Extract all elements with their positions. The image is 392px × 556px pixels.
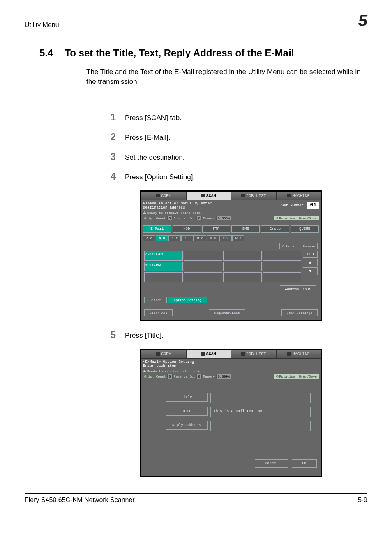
tab-machine[interactable]: MACHINE xyxy=(276,192,321,200)
header-section: Utility Menu xyxy=(25,21,59,29)
rotation-status: ⟳Rotation xyxy=(274,216,297,220)
cancel-button[interactable]: Cancel xyxy=(255,459,288,468)
orig-count-label: Orig. Count xyxy=(143,374,168,379)
address-input-button[interactable]: Address Input xyxy=(280,285,316,292)
step-text-4: Press [Option Setting]. xyxy=(125,171,195,181)
dest-email-02[interactable]: e-mail02 xyxy=(144,262,183,271)
option-setting-screen: COPY SCAN JOB LIST MACHINE <E-Mail> Opti… xyxy=(140,349,322,477)
search-button[interactable]: Search xyxy=(144,297,167,303)
alpha-mo[interactable]: M-O xyxy=(194,235,206,241)
drum-status: Drum/Deve xyxy=(297,374,319,379)
common-button[interactable]: Common xyxy=(300,243,318,249)
text-value: This is a mail text 05 xyxy=(210,407,311,417)
memory-label: Memory xyxy=(202,216,217,220)
reserve-label: Reserve Job xyxy=(173,216,197,220)
rotation-status: ⟳Rotation xyxy=(274,374,297,379)
title-button[interactable]: Title xyxy=(166,393,208,402)
step-number-1: 1 xyxy=(107,111,116,123)
intro-text: The Title and the Text of the E-Mail reg… xyxy=(86,67,366,87)
reserve-label: Reserve Job xyxy=(173,374,197,379)
dest-cell[interactable] xyxy=(144,272,183,282)
dest-cell[interactable] xyxy=(184,262,222,271)
machine-icon xyxy=(287,194,291,197)
maintab-smb[interactable]: SMB xyxy=(231,225,260,233)
page-down-button[interactable]: ▼ xyxy=(303,267,318,275)
dest-cell[interactable] xyxy=(263,262,301,271)
register-edit-button[interactable]: Register/Edit xyxy=(209,309,245,316)
printer-icon: 🖶 xyxy=(143,369,147,373)
dest-cell[interactable] xyxy=(263,251,301,261)
set-number-value: 01 xyxy=(307,202,319,208)
alpha-ac[interactable]: A-C xyxy=(143,235,155,241)
reserve-value: 0 xyxy=(197,374,202,379)
step-text-5: Press [Title]. xyxy=(125,329,164,340)
joblist-icon xyxy=(241,352,245,356)
footer-page: 5-9 xyxy=(358,496,367,504)
header-message: Please select or manually enter destinat… xyxy=(143,202,212,210)
maintab-email[interactable]: E-Mail xyxy=(143,225,171,233)
reserve-value: 0 xyxy=(197,216,202,220)
memory-label: Memory xyxy=(202,374,217,379)
dest-cell[interactable] xyxy=(223,251,262,261)
ok-button[interactable]: OK xyxy=(292,459,317,468)
dest-cell[interactable] xyxy=(184,251,222,261)
title-value xyxy=(210,393,311,403)
tab-copy[interactable]: COPY xyxy=(141,192,186,200)
joblist-icon xyxy=(241,194,245,197)
reply-address-value xyxy=(210,421,311,431)
memory-value: 0.000% xyxy=(217,374,231,379)
tab-machine[interactable]: MACHINE xyxy=(276,350,321,359)
alpha-ps[interactable]: P-S xyxy=(207,235,219,241)
tab-joblist[interactable]: JOB LIST xyxy=(231,192,276,200)
ready-text: Ready to receive print data xyxy=(147,369,201,373)
step-number-3: 3 xyxy=(107,151,116,162)
alpha-jl[interactable]: J-L xyxy=(181,235,194,241)
scan-icon xyxy=(201,352,205,356)
alpha-gi[interactable]: G-I xyxy=(168,235,181,241)
option-setting-button[interactable]: Option Setting xyxy=(168,297,207,303)
ready-text: Ready to receive print data xyxy=(147,211,201,215)
clear-all-button[interactable]: Clear All xyxy=(144,309,173,316)
dest-email-01[interactable]: e-mail-01 xyxy=(144,251,183,261)
alpha-df[interactable]: D-F xyxy=(156,235,168,241)
step-text-1: Press [SCAN] tab. xyxy=(125,111,182,122)
orig-count-label: Orig. Count xyxy=(143,216,168,220)
printer-icon: 🖶 xyxy=(143,211,147,215)
set-number: Set Number 01 xyxy=(281,202,319,208)
others-button[interactable]: Others xyxy=(279,243,297,249)
maintab-hdd[interactable]: HDD xyxy=(173,225,201,233)
header-message-2: <E-Mail> Option Setting Enter each item xyxy=(143,360,194,368)
dest-cell[interactable] xyxy=(184,272,222,282)
maintab-queue[interactable]: QUEUE xyxy=(291,225,319,233)
alpha-tv[interactable]: T-V xyxy=(219,235,232,241)
orig-count-value: 0 xyxy=(168,216,173,220)
reply-address-button[interactable]: Reply Address xyxy=(166,421,208,430)
drum-status: Drum/Deve xyxy=(297,216,319,220)
maintab-group[interactable]: Group xyxy=(261,225,289,233)
tab-scan[interactable]: SCAN xyxy=(186,350,231,359)
tab-copy[interactable]: COPY xyxy=(141,350,186,359)
page-up-button[interactable]: ▲ xyxy=(303,259,318,266)
copy-icon xyxy=(156,352,160,356)
section-title: To set the Title, Text, Reply Address of… xyxy=(65,47,294,59)
machine-icon xyxy=(287,352,291,356)
scan-screen: COPY SCAN JOB LIST MACHINE Set Number 01… xyxy=(140,190,322,321)
dest-cell[interactable] xyxy=(223,262,262,271)
step-number-5: 5 xyxy=(107,329,116,341)
tab-joblist[interactable]: JOB LIST xyxy=(231,350,276,359)
dest-cell[interactable] xyxy=(263,272,301,282)
step-text-2: Press [E-Mail]. xyxy=(125,131,171,142)
copy-icon xyxy=(156,194,160,197)
scan-icon xyxy=(201,194,205,197)
maintab-ftp[interactable]: FTP xyxy=(202,225,231,233)
dest-cell[interactable] xyxy=(223,272,262,282)
text-button[interactable]: Text xyxy=(166,407,208,416)
memory-value: 0.000% xyxy=(217,216,231,220)
step-number-2: 2 xyxy=(107,131,116,143)
scan-settings-button[interactable]: Scan Settings xyxy=(281,309,318,316)
tab-scan[interactable]: SCAN xyxy=(186,192,231,200)
orig-count-value: 0 xyxy=(168,374,173,379)
step-text-3: Set the destination. xyxy=(125,151,185,162)
alpha-wz[interactable]: W-Z xyxy=(232,235,244,241)
step-number-4: 4 xyxy=(107,171,116,182)
